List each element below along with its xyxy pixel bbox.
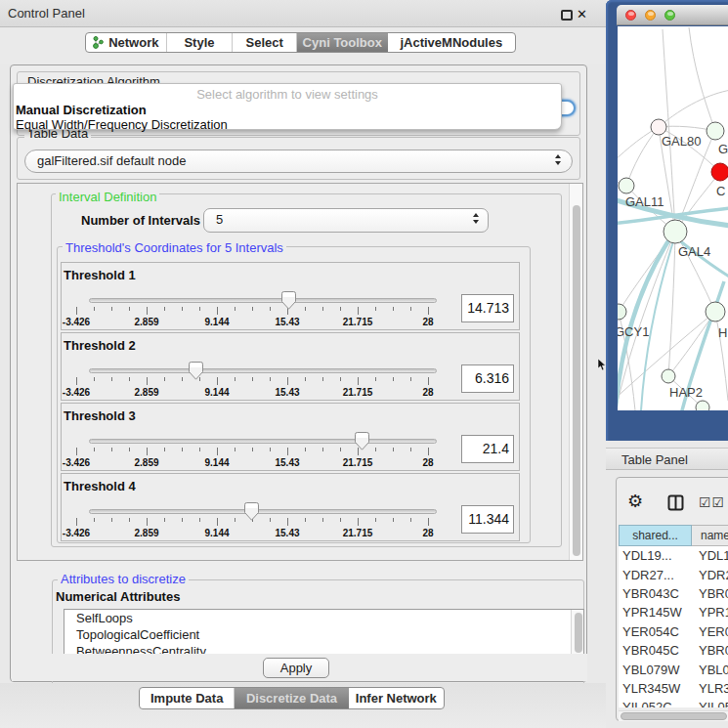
tab-infer-network[interactable]: Infer Network [349,688,444,708]
network-node[interactable] [711,163,728,181]
table-row[interactable]: YER054C YER054C [619,622,728,641]
algorithm-dropdown: Select algorithm to view settings Manual… [13,83,562,130]
network-node[interactable] [664,220,687,243]
interval-scrollbar[interactable] [569,184,582,560]
cell-name: YDL19 [699,548,728,563]
slider-track[interactable] [89,439,437,444]
slider-tick [164,377,165,381]
float-window-icon[interactable] [561,10,573,21]
threshold-panel: Threshold 2 -3.4262.8599.14415.4321.7152… [61,332,520,401]
tab-select[interactable]: Select [233,33,297,52]
tab-jactivemnodules-label: jActiveMNodules [400,35,502,50]
table-row[interactable]: YPR145W YPR145W [619,603,728,621]
network-node-label: GAL80 [662,134,701,149]
tab-cyni-toolbox[interactable]: Cyni Toolbox [297,33,388,52]
slider-tick [410,518,411,522]
slider-thumb[interactable] [355,432,369,450]
threshold-value-field[interactable]: 14.713 [461,294,514,322]
network-node[interactable] [706,302,725,321]
network-node[interactable] [618,304,626,320]
slider-tick [111,518,112,522]
list-scrollbar-thumb[interactable] [575,613,582,653]
slider-thumb[interactable] [189,362,203,380]
threshold-value-field[interactable]: 11.344 [461,505,514,534]
network-node[interactable] [651,119,666,135]
slider-axis-label: 15.43 [275,457,299,468]
minimize-light-icon[interactable] [645,10,656,21]
number-of-intervals-spinner[interactable]: 5 [203,208,489,233]
threshold-value-field[interactable]: 6.316 [461,364,514,393]
table-hscrollbar[interactable] [619,710,728,721]
dropdown-option-equal-width[interactable]: Equal Width/Frequency Discretization [16,117,228,132]
cell-shared-name: YBR045C [619,643,699,658]
slider-tick [76,448,77,455]
attribute-item[interactable]: TopologicalCoefficient [64,626,583,643]
close-icon[interactable]: ✕ [577,7,587,21]
zoom-light-icon[interactable] [664,10,675,21]
table-data-combobox[interactable]: galFiltered.sif default node [24,150,573,173]
slider-axis-labels: -3.4262.8599.14415.4321.71528 [62,528,519,539]
network-node[interactable] [662,369,675,383]
interval-scrollbar-thumb[interactable] [573,205,580,556]
cell-shared-name: YBL079W [619,663,699,677]
split-view-icon[interactable] [667,494,684,511]
close-light-icon[interactable] [625,10,636,21]
table-row[interactable]: YIL052C YIL052C [619,698,728,707]
list-scrollbar[interactable] [571,610,583,655]
table-row[interactable]: YDL19... YDL19 [619,546,728,565]
slider-tick [270,307,271,311]
numerical-attributes-list[interactable]: SelfLoopsTopologicalCoefficientBetweenne… [64,609,584,655]
table-row[interactable]: YDR27... YDR27 [619,565,728,583]
slider-axis-labels: -3.4262.8599.14415.4321.71528 [62,457,519,469]
network-node[interactable] [696,401,709,410]
apply-button[interactable]: Apply [263,658,329,678]
slider-tick [111,307,112,311]
slider-tick [217,377,218,385]
slider-axis-label: 15.43 [275,528,299,538]
control-panel-title: Control Panel [8,6,85,21]
slider-tick [147,448,148,455]
attribute-item[interactable]: SelfLoops [64,610,583,626]
table-hscrollbar-thumb[interactable] [621,712,727,720]
slider-tick [111,377,112,381]
network-node-label: GA [718,142,728,156]
cell-name: YBR045C [699,643,728,658]
tab-discretize-data[interactable]: Discretize Data [235,688,348,708]
tab-network[interactable]: Network [86,33,167,52]
slider-tick [94,448,95,451]
slider-tick [428,307,429,315]
dropdown-hint: Select algorithm to view settings [14,87,561,102]
slider-tick [235,518,236,522]
network-node[interactable] [619,178,634,193]
column-header-name[interactable]: name [692,525,728,546]
dropdown-option-manual[interactable]: Manual Discretization [16,103,147,117]
cell-name: YIL052C [699,700,728,707]
slider-thumb[interactable] [281,291,296,310]
network-canvas[interactable]: GAL80GACGAL11GAL4GCY1HHAP2 [618,26,728,410]
spinner-stepper-icon [471,213,480,224]
gear-icon[interactable]: ⚙ [627,491,643,511]
table-row[interactable]: YBR043C YBR043C [619,584,728,603]
slider-track[interactable] [89,509,437,514]
threshold-value-field[interactable]: 21.4 [461,435,514,463]
network-node[interactable] [707,122,724,140]
table-row[interactable]: YBL079W YBL079W [619,660,728,678]
column-header-shared[interactable]: shared... [619,525,692,546]
slider-tick [375,518,376,522]
slider-tick [252,377,253,381]
slider-tick [270,518,271,522]
slider-track[interactable] [89,368,437,373]
tab-impute-data[interactable]: Impute Data [140,688,235,708]
slider-thumb[interactable] [244,502,259,521]
slider-tick [305,377,306,381]
table-row[interactable]: YBR045C YBR045C [619,641,728,660]
tab-style[interactable]: Style [167,33,234,52]
select-columns-icon[interactable]: ☑☑ [699,494,725,510]
slider-tick [340,377,341,381]
table-row[interactable]: YLR345W YLR345W [619,679,728,698]
cell-shared-name: YDL19... [619,548,699,563]
slider-tick [129,377,130,381]
slider-track[interactable] [89,298,437,303]
tab-jactivemnodules[interactable]: jActiveMNodules [388,33,515,52]
threshold-label: Threshold 3 [64,408,136,423]
